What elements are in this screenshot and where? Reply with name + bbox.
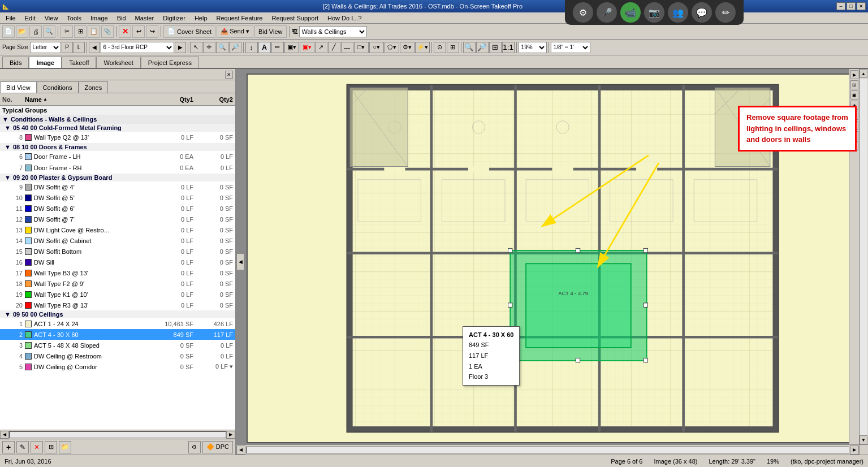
redo-btn[interactable]: ↪ (146, 25, 158, 38)
zoom-fit-btn[interactable]: ⊞ (489, 42, 502, 53)
copy-btn[interactable]: ⊞ (74, 25, 87, 38)
selected-row[interactable]: 2 ACT 4 - 30 X 60 849 SF 117 LF (0, 329, 235, 340)
menu-master[interactable]: Master (131, 12, 159, 23)
menu-image[interactable]: Image (86, 12, 113, 23)
stamp-tool[interactable]: ⚙▾ (400, 42, 414, 53)
table-row[interactable]: 11 DW Soffit @ 6' 0 LF 0 SF (0, 203, 235, 214)
table-row[interactable]: 16 DW Sill 0 LF 0 SF (0, 257, 235, 267)
table-row[interactable]: 4 DW Ceiling @ Restroom 0 SF 0 LF (0, 351, 235, 361)
table-row[interactable]: 18 Wall Type F2 @ 9' 0 LF 0 SF (0, 278, 235, 289)
table-row[interactable]: 19 Wall Type K1 @ 10' 0 LF 0 SF (0, 289, 235, 300)
landscape-btn[interactable]: L (74, 42, 85, 53)
zoom-out-tool[interactable]: 🔎 (229, 42, 241, 53)
scroll-up-btn[interactable]: ▲ (860, 69, 867, 78)
left-panel-hscroll[interactable]: ◀ ▶ (0, 430, 235, 439)
add-item-btn[interactable]: + (2, 441, 15, 453)
bid-view-toolbar-btn[interactable]: Bid View (254, 25, 287, 38)
table-row[interactable]: 13 DW Light Cove @ Restro... 0 LF 0 SF (0, 224, 235, 235)
settings-video-btn[interactable]: ⚙ (573, 2, 593, 23)
undo-btn[interactable]: ↩ (132, 25, 145, 38)
table-row[interactable]: 10 DW Soffit @ 5' 0 LF 0 SF (0, 192, 235, 203)
floor-dropdown[interactable]: 6 - 3rd Floor RCP (101, 42, 174, 53)
menu-view[interactable]: View (40, 12, 63, 23)
circle-tool[interactable]: ○▾ (369, 42, 384, 53)
select-tool[interactable]: ↖ (190, 42, 202, 53)
print2-btn[interactable]: 🔍 (43, 25, 55, 38)
print-btn[interactable]: 🖨 (29, 25, 42, 38)
delete-btn[interactable]: ✕ (119, 25, 131, 38)
open-btn[interactable]: 📂 (16, 25, 28, 38)
hscroll-thumb[interactable] (246, 447, 849, 453)
table-row[interactable]: 14 DW Soffit @ Cabinet 0 LF 0 SF (0, 235, 235, 246)
scroll-thumb-v[interactable] (860, 79, 867, 435)
text-tool[interactable]: A (258, 42, 271, 53)
zoom-dropdown[interactable]: 19% (519, 42, 547, 53)
table-row[interactable]: 12 DW Soffit @ 7' 0 LF 0 SF (0, 214, 235, 224)
menu-help[interactable]: Help (190, 12, 212, 23)
table-row[interactable]: 8 Wall Type Q2 @ 13' 0 LF 0 SF (0, 132, 235, 143)
tab-bids[interactable]: Bids (2, 57, 29, 68)
table-row[interactable]: 20 Wall Type R3 @ 13' 0 LF 0 SF (0, 300, 235, 310)
target-btn[interactable]: ⊙ (434, 42, 446, 53)
sec4-collapse[interactable]: ▼ (5, 311, 11, 318)
right-tb-2[interactable]: ⊞ (850, 80, 858, 89)
menu-edit[interactable]: Edit (20, 12, 40, 23)
paste2-btn[interactable]: 📎 (101, 25, 114, 38)
hscroll-right-btn[interactable]: ▶ (850, 446, 859, 455)
sec1-collapse[interactable]: ▼ (5, 124, 11, 131)
folder-btn[interactable]: 📁 (59, 441, 71, 453)
paste-btn[interactable]: 📋 (88, 25, 100, 38)
menu-how-do-i[interactable]: How Do I...? (323, 12, 366, 23)
page-size-select[interactable]: Letter (30, 42, 61, 53)
chat-btn[interactable]: 💬 (692, 2, 712, 23)
table-content[interactable]: Typical Groups ▼ Conditions - Walls & Ce… (0, 106, 235, 430)
menu-digitizer[interactable]: Digitizer (158, 12, 190, 23)
bid-view-tab[interactable]: Bid View (0, 81, 37, 93)
zoom-less-btn[interactable]: 🔍 (463, 42, 476, 53)
prev-page-btn[interactable]: ◀ (89, 42, 100, 53)
close-button[interactable]: ✕ (857, 2, 866, 10)
tab-takeoff[interactable]: Takeoff (62, 57, 96, 68)
minimize-button[interactable]: – (836, 2, 845, 10)
zoom-100-btn[interactable]: 1:1 (502, 42, 515, 53)
cross-tool[interactable]: ✛ (203, 42, 215, 53)
edit-item-btn[interactable]: ✎ (16, 441, 29, 453)
portrait-btn[interactable]: P (62, 42, 73, 53)
cover-sheet-btn[interactable]: 📄 Cover Sheet (163, 25, 215, 38)
scroll-left-drawing-btn[interactable]: ◀ (236, 253, 244, 270)
tab-image[interactable]: Image (29, 57, 62, 68)
copy-item-btn[interactable]: ⊞ (45, 441, 57, 453)
right-tb-3[interactable]: ▣ (850, 90, 858, 100)
cut-btn[interactable]: ✂ (61, 25, 73, 38)
right-tb-1[interactable]: ▶ (850, 70, 858, 79)
table-row[interactable]: 5 DW Ceiling @ Corridor 0 SF 0 LF ▾ (0, 361, 235, 372)
menu-tools[interactable]: Tools (62, 12, 86, 23)
red-highlight-tool[interactable]: ▣▾ (300, 42, 314, 53)
table-row[interactable]: 3 ACT 5 - 48 X 48 Sloped 0 SF 0 LF (0, 340, 235, 351)
panel-close-btn[interactable]: ✕ (225, 71, 233, 79)
annotate-btn[interactable]: ✏ (715, 2, 736, 23)
video-btn[interactable]: 📹 (620, 2, 641, 23)
table-row[interactable]: 17 Wall Type B3 @ 13' 0 LF 0 SF (0, 267, 235, 278)
line2-tool[interactable]: — (341, 42, 353, 53)
dpc-btn[interactable]: 🔶 DPC (202, 441, 233, 453)
maximize-button[interactable]: □ (847, 2, 856, 10)
sec2-collapse[interactable]: ▼ (5, 144, 11, 150)
rect-tool[interactable]: □▾ (354, 42, 369, 53)
mic-btn[interactable]: 🎤 (597, 2, 617, 23)
bottom-scrollbar-h[interactable]: ◀ ▶ (236, 444, 859, 455)
sort-arrow[interactable]: ▲ (43, 97, 47, 102)
tab-worksheet[interactable]: Worksheet (96, 57, 140, 68)
collapse-conditions-icon[interactable]: ▼ (2, 116, 8, 123)
scroll-down-btn[interactable]: ▼ (860, 435, 867, 444)
section-1-header[interactable]: ▼ 05 40 00 Cold-Formed Metal Framing (0, 124, 235, 132)
send-btn[interactable]: 📤 Send ▾ (217, 25, 253, 38)
arrow-tool[interactable]: ↗ (315, 42, 327, 53)
table-row[interactable]: 7 Door Frame - RH 0 EA 0 LF (0, 162, 235, 174)
zones-tab[interactable]: Zones (79, 81, 109, 93)
new-btn[interactable]: 📄 (2, 25, 15, 38)
delete-item-btn[interactable]: ✕ (31, 441, 43, 453)
scroll-right-btn[interactable]: ▶ (226, 431, 235, 439)
table-row[interactable]: 1 ACT 1 - 24 X 24 10,461 SF 426 LF (0, 318, 235, 329)
menu-request-support[interactable]: Request Support (267, 12, 323, 23)
